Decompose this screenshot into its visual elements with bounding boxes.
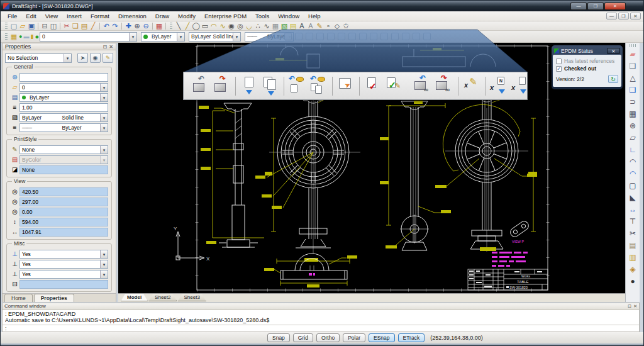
copy-with-references-mini-icon[interactable] [380,33,388,40]
edit-hatch-tool[interactable]: ▤ [626,240,639,252]
color-combo[interactable]: ByLayer▾ [19,93,108,102]
options-button[interactable]: ▦ [155,21,164,30]
new-button[interactable]: ▢ [9,21,18,30]
sheet-tab-model[interactable]: Model [121,294,148,301]
insert-image-tool[interactable]: ▧ [280,21,289,30]
ucs-viewport-combo[interactable]: Yes▾ [19,270,108,279]
printstyle-combo[interactable]: None▾ [19,145,108,154]
get-latest-version-button[interactable] [239,75,259,97]
checkout-mini-icon[interactable] [284,33,292,40]
chevron-down-icon[interactable]: ▾ [100,94,108,101]
refresh-version-button[interactable]: ↻ [608,75,618,83]
menu-modify[interactable]: Modify [174,12,200,20]
spline-tool[interactable]: ∿ [218,21,227,30]
epdm-close-button[interactable]: ✕ [607,48,620,54]
zoom-in-button[interactable]: ⊕ [133,21,142,30]
chevron-down-icon[interactable]: ▾ [100,250,108,258]
note-tool[interactable]: ▤ [289,21,297,30]
offset-tool[interactable]: ⊃ [626,96,639,108]
rename-file-mini-icon[interactable] [423,33,431,40]
chevron-down-icon[interactable]: ▾ [100,114,108,121]
mdi-restore-button[interactable]: ❐ [618,13,629,20]
show-data-card-mini-icon[interactable] [348,33,356,40]
sheet-tab-sheet3[interactable]: Sheet3 [177,294,206,301]
menu-file[interactable]: File [3,12,21,20]
select-matching-button[interactable]: ✎ [103,53,113,63]
toggle-etrack[interactable]: ETrack [398,333,425,342]
change-state-mini-icon[interactable] [359,33,367,40]
change-state-button[interactable]: ✓ [363,75,383,97]
stretch-tool[interactable]: ↔ [626,204,639,216]
menu-edit[interactable]: Edit [21,12,40,20]
quick-select-button[interactable]: ◉ [90,53,101,63]
mirror-tool[interactable]: △ [626,72,639,84]
tab-home[interactable]: Home [4,294,33,302]
menu-view[interactable]: View [41,12,62,20]
arc-3point-tool[interactable]: ◡ [245,21,253,30]
star-tool[interactable]: ✩ [341,21,350,30]
open-button[interactable]: ▱ [18,21,27,30]
get-version-mini-icon[interactable] [316,33,324,40]
scale-tool[interactable]: ▱ [626,132,639,144]
toggle-ortho[interactable]: Ortho [316,333,340,342]
simple-note-tool[interactable]: A [297,21,306,30]
chevron-down-icon[interactable]: ▾ [100,84,108,91]
menu-enterprise-pdm[interactable]: Enterprise PDM [200,12,251,20]
group-tool[interactable]: ◈ [626,264,639,276]
checked-out-checkbox[interactable]: ✓ [556,66,562,72]
rename-file-button[interactable]: x [510,75,530,97]
name-field[interactable] [19,73,108,82]
line-tool[interactable]: ╲ [174,21,183,30]
move-with-references-button[interactable]: ↷ ∞ [435,75,455,97]
menu-draw[interactable]: Draw [151,12,174,20]
minimize-button[interactable]: — [570,3,587,10]
copy-tool[interactable]: ❏ [626,60,639,72]
hatch-tool[interactable]: ▦ [271,21,280,30]
select-boundary-tool[interactable]: ▫ [324,21,333,30]
toggle-esnap[interactable]: ESnap [369,333,395,342]
float-panel-icon[interactable]: ⊡ [628,304,631,309]
explode-tool[interactable]: ● [626,276,639,287]
command-history[interactable]: : EPDM_SHOWDATACARDAutomatic save to C:\… [3,310,639,325]
active-layer-combo[interactable]: 0 ▾ [40,32,137,42]
zoom-previous-button[interactable]: ⊖ [142,21,150,30]
checkin-mini-icon[interactable] [295,33,303,40]
float-panel-icon[interactable]: ⊡ [103,44,108,50]
edit-serial-number-mini-icon[interactable] [402,33,409,40]
chevron-down-icon[interactable]: ▾ [100,146,108,153]
tab-properties[interactable]: Properties [34,294,74,302]
has-latest-checkbox[interactable] [556,59,562,64]
mdi-minimize-button[interactable]: — [606,13,617,20]
save-button[interactable]: ▣ [27,21,36,30]
paste-button[interactable]: ▤ [80,21,89,30]
pattern-tool[interactable]: ▦ [626,108,639,120]
selection-combo[interactable]: No Selection ▾ [5,53,72,63]
toggle-grid[interactable]: Grid [293,333,313,342]
rename-with-serial-number-mini-icon[interactable] [413,33,420,40]
arc-blend-tool[interactable]: ◠ [626,168,639,180]
chevron-down-icon[interactable]: ▾ [100,260,108,268]
menu-insert[interactable]: Insert [62,12,86,20]
copy-link-tool[interactable]: ❏ [626,84,639,96]
menu-help[interactable]: Help [304,12,325,20]
copy-with-references-button[interactable]: ↶ ∞ [413,75,433,97]
menu-format[interactable]: Format [86,12,114,20]
components-tool[interactable]: ▥ [626,252,639,264]
layers-manager-button[interactable]: ▦ [9,32,18,41]
ellipse-tool[interactable]: ◎ [236,21,245,30]
copy-button[interactable]: ❏ [71,21,80,30]
chevron-down-icon[interactable]: ▾ [100,124,108,131]
toolbar-grip[interactable] [170,23,172,30]
edit-serial-number-button[interactable]: x ✎ [462,75,482,97]
command-input[interactable]: : [3,325,639,332]
update-references-mini-icon[interactable] [327,33,335,40]
trim-tool[interactable]: ⊤ [626,216,639,228]
get-version-button[interactable] [260,75,280,97]
change-state-with-edit-mini-icon[interactable] [370,33,377,40]
toolbar-grip[interactable] [5,33,8,40]
print-button[interactable]: ⊟ [40,21,49,30]
toolbar-grip[interactable] [5,23,8,30]
layer-combo[interactable]: 0▾ [19,83,108,92]
get-latest-version-mini-icon[interactable] [306,33,313,40]
rectangle-tool[interactable]: ▭ [201,21,209,30]
